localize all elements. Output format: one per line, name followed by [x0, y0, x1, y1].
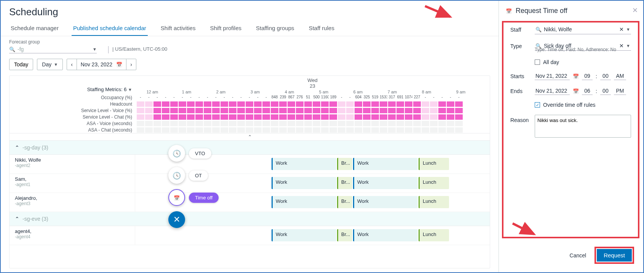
allday-checkbox[interactable]	[535, 59, 540, 65]
ends-date-input[interactable]: Nov 21, 2022	[535, 87, 570, 95]
schedule-block-work[interactable]: Work	[353, 196, 418, 208]
agent-row: agent4,-agent4WorkBr...WorkLunch	[10, 226, 490, 245]
schedule-block-work[interactable]: Work	[353, 158, 418, 170]
tab-published-schedule-calendar[interactable]: Published schedule calendar	[72, 21, 148, 36]
metric-cells	[135, 101, 490, 107]
cancel-button[interactable]: Cancel	[570, 252, 586, 259]
hour-label: 7 am	[375, 90, 409, 94]
override-checkbox[interactable]: ✓	[535, 102, 540, 108]
calendar-icon[interactable]	[573, 88, 579, 94]
page-title: Scheduling	[1, 1, 499, 21]
schedule-block-lunch[interactable]: Lunch	[419, 229, 449, 241]
schedule-block-work[interactable]: Work	[272, 196, 336, 208]
view-select-value: Day	[42, 61, 51, 67]
forecast-group-select[interactable]: -fg ▼	[9, 45, 97, 53]
tabs: Schedule managerPublished schedule calen…	[1, 21, 499, 36]
schedule-block-work[interactable]: Work	[353, 177, 418, 189]
schedule-block-br[interactable]: Br...	[337, 177, 352, 189]
staffing-metrics-toggle[interactable]: Staffing Metrics: 6 ▼	[10, 76, 135, 93]
staff-select[interactable]: Nikki, Wolfe ✕ ▼	[535, 25, 631, 34]
metric-label: ASA - Chat (seconds)	[10, 127, 135, 133]
ends-label: Ends	[510, 88, 535, 94]
schedule-block-br[interactable]: Br...	[337, 196, 352, 208]
hour-label: 2 am	[204, 90, 238, 94]
date-value: Nov 23, 2022	[81, 61, 112, 67]
starts-ampm-input[interactable]: AM	[614, 72, 626, 80]
tab-shift-activities[interactable]: Shift activities	[159, 21, 197, 36]
agent-track[interactable]: WorkBr...WorkLunch	[135, 226, 490, 245]
hour-label: 1 am	[169, 90, 204, 94]
tab-staffing-groups[interactable]: Staffing groups	[254, 21, 296, 36]
vto-fab[interactable]	[168, 145, 185, 162]
allday-label: All day	[543, 59, 559, 65]
group-row[interactable]: ⌃-sg-eve (3)	[10, 212, 490, 226]
expand-collapse-bar[interactable]: ⌃	[10, 133, 490, 141]
agent-label[interactable]: Nikki, Wolfe-agent2	[10, 155, 135, 173]
agent-label[interactable]: Alejandro,-agent3	[10, 193, 135, 212]
chevron-down-icon[interactable]: ▼	[626, 27, 630, 32]
tab-schedule-manager[interactable]: Schedule manager	[9, 21, 60, 36]
today-button[interactable]: Today	[9, 59, 33, 70]
hour-label: 12 am	[135, 90, 169, 94]
ot-fab[interactable]	[168, 167, 185, 184]
hour-labels: 12 am1 am2 am3 am4 am5 am6 am7 am8 am9 a…	[135, 90, 490, 94]
starts-date-input[interactable]: Nov 21, 2022	[535, 72, 570, 80]
chevron-down-icon[interactable]: ▼	[626, 43, 630, 48]
starts-min-input[interactable]: 00	[600, 72, 611, 80]
schedule-block-work[interactable]: Work	[272, 177, 336, 189]
timeoff-fab[interactable]	[168, 189, 185, 206]
panel-close-button[interactable]: ✕	[632, 6, 638, 14]
calendar-icon	[506, 7, 512, 15]
clear-icon[interactable]: ✕	[619, 43, 624, 49]
schedule-block-lunch[interactable]: Lunch	[419, 177, 449, 189]
staff-label: Staff	[510, 27, 535, 33]
timeoff-pill[interactable]: Time off	[189, 193, 219, 203]
next-day-button[interactable]: ›	[126, 59, 136, 70]
tab-staff-rules[interactable]: Staff rules	[307, 21, 336, 36]
close-fab[interactable]: ✕	[168, 211, 185, 228]
hour-label: 9 am	[444, 90, 478, 94]
clear-icon[interactable]: ✕	[619, 26, 624, 32]
schedule-block-lunch[interactable]: Lunch	[419, 158, 449, 170]
hour-label: 6 am	[341, 90, 375, 94]
schedule-block-work[interactable]: Work	[272, 158, 336, 170]
metric-cells	[135, 121, 490, 126]
prev-day-button[interactable]: ‹	[67, 59, 77, 70]
tab-shift-profiles[interactable]: Shift profiles	[208, 21, 243, 36]
schedule-block-work[interactable]: Work	[353, 229, 418, 241]
search-icon	[535, 26, 542, 32]
forecast-group-label: Forecast group	[9, 39, 97, 45]
schedule-block-br[interactable]: Br...	[337, 158, 352, 170]
calendar-icon	[116, 61, 122, 67]
metric-label: Headcount	[10, 101, 135, 107]
ends-min-input[interactable]: 00	[600, 87, 611, 95]
ot-pill[interactable]: OT	[189, 170, 208, 181]
starts-hour-input[interactable]: 09	[582, 72, 593, 80]
floating-action-stack: VTO OT Time off ✕	[168, 145, 219, 228]
schedule-block-work[interactable]: Work	[272, 229, 336, 241]
type-label: Type	[510, 43, 535, 49]
panel-title: Request Time off	[516, 7, 567, 15]
clock-plus-icon	[173, 171, 181, 180]
starts-label: Starts	[510, 73, 535, 79]
day-of-month: 23	[135, 83, 490, 89]
schedule-block-br[interactable]: Br...	[337, 229, 352, 241]
metric-cells	[135, 127, 490, 133]
agent-label[interactable]: Sam,-agent1	[10, 174, 135, 193]
agent-label[interactable]: agent4,-agent4	[10, 226, 135, 245]
day-of-week: Wed	[135, 77, 490, 83]
date-display[interactable]: Nov 23, 2022	[77, 59, 126, 70]
request-button[interactable]: Request	[597, 249, 632, 262]
search-icon	[9, 46, 15, 52]
ends-ampm-input[interactable]: PM	[614, 87, 626, 95]
reason-textarea[interactable]	[535, 115, 631, 138]
metric-cells	[135, 108, 490, 113]
ends-hour-input[interactable]: 06	[582, 87, 593, 95]
agent-row: Sam,-agent1WorkBr...WorkLunch	[10, 174, 490, 193]
schedule-block-lunch[interactable]: Lunch	[419, 196, 449, 208]
hour-label: 3 am	[238, 90, 272, 94]
vto-pill[interactable]: VTO	[189, 148, 211, 159]
calendar-icon[interactable]	[573, 73, 579, 79]
group-row[interactable]: ⌃-sg-day (3)	[10, 141, 490, 155]
view-select[interactable]: Day ▼	[37, 59, 63, 70]
